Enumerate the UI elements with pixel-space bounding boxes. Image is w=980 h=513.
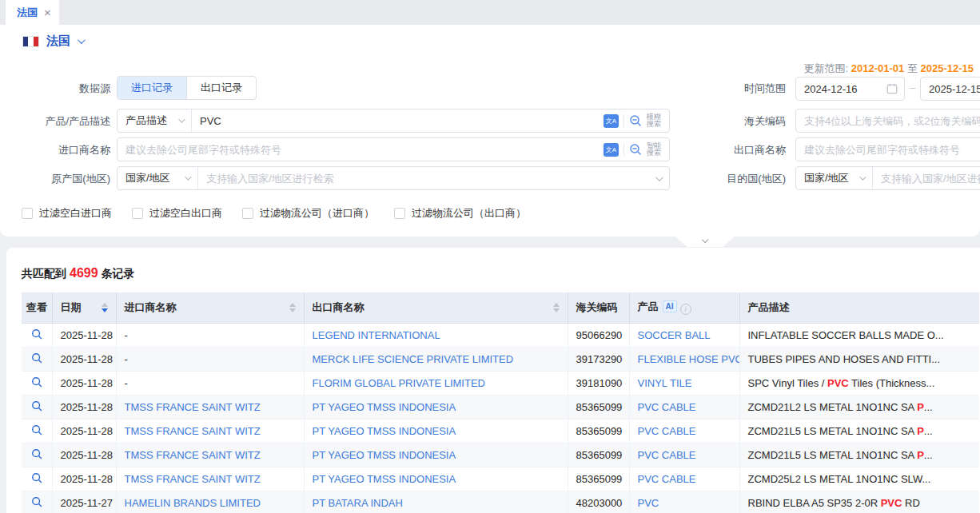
product-link[interactable]: PVC CABLE (638, 473, 696, 485)
importer-link[interactable]: TMSS FRANCE SAINT WITZ (125, 473, 261, 485)
fuzzy-search-icon[interactable] (629, 114, 642, 127)
exporter-link[interactable]: PT BATARA INDAH (313, 497, 403, 509)
origin-country-label: 原产国(地区) (14, 172, 110, 186)
product-search-input[interactable] (192, 109, 604, 132)
product-desc-cell: SPC Vinyl Tiles / PVC Tiles (Thickness..… (739, 371, 979, 395)
view-cell (22, 347, 52, 371)
sort-control-exporter[interactable] (553, 303, 560, 312)
column-exporter[interactable]: 出口商名称 (304, 292, 568, 323)
view-detail-icon[interactable] (31, 352, 42, 364)
exporter-link[interactable]: PT YAGEO TMSS INDONESIA (313, 449, 456, 461)
product-link[interactable]: PVC CABLE (638, 425, 696, 437)
close-icon[interactable]: × (44, 6, 51, 18)
checkbox-icon[interactable] (394, 208, 405, 219)
tab-label: 法国 (17, 6, 38, 20)
importer-name-input[interactable] (118, 138, 604, 161)
country-header[interactable]: 法国 (22, 34, 83, 49)
exporter-link[interactable]: PT YAGEO TMSS INDONESIA (313, 473, 456, 485)
product-cell: SOCCER BALL (629, 323, 739, 347)
destination-country-input[interactable] (873, 167, 980, 189)
importer-link[interactable]: TMSS FRANCE SAINT WITZ (125, 425, 261, 437)
product-type-select[interactable]: 产品描述 (118, 113, 191, 128)
product-cell: PVC CABLE (629, 443, 739, 467)
translate-icon[interactable]: 文A (604, 143, 619, 157)
date-end-value: 2025-12-15 (921, 83, 980, 95)
column-date[interactable]: 日期 (52, 292, 116, 323)
table-row: 2025-11-28 TMSS FRANCE SAINT WITZ PT YAG… (22, 467, 979, 491)
product-desc-cell: ZCMD21L2 LS METAL 1NO1NC SA P... (739, 395, 979, 419)
exporter-link[interactable]: FLORIM GLOBAL PRIVATE LIMITED (313, 377, 485, 389)
page-title: 法国 (46, 34, 70, 49)
exporter-name-input[interactable] (796, 138, 980, 161)
translate-icon[interactable]: 文A (604, 114, 619, 128)
checkbox-icon[interactable] (242, 208, 253, 219)
sort-asc-icon[interactable] (553, 303, 560, 307)
filter-checkboxes: 过滤空白进口商 过滤空白出口商 过滤物流公司（进口商） 过滤物流公司（出口商） (22, 206, 526, 221)
sort-desc-icon[interactable] (553, 308, 560, 312)
filter-checkbox[interactable]: 过滤空白进口商 (22, 206, 112, 221)
view-detail-icon[interactable] (31, 400, 42, 412)
importer-link[interactable]: HAMELIN BRANDS LIMITED (125, 497, 261, 509)
sort-desc-icon[interactable] (289, 308, 296, 312)
importer-search-tools: 文A 智能搜索 (604, 142, 669, 157)
product-link[interactable]: PVC CABLE (638, 401, 696, 413)
collapse-panel-button[interactable] (675, 237, 735, 247)
origin-country-input[interactable] (198, 167, 655, 189)
product-link[interactable]: SOCCER BALL (638, 329, 711, 341)
exporter-link[interactable]: MERCK LIFE SCIENCE PRIVATE LIMITED (313, 353, 514, 365)
origin-country-select[interactable]: 国家/地区 (118, 171, 197, 185)
column-product-desc: 产品描述 (739, 292, 979, 323)
sort-control-date[interactable] (102, 303, 108, 312)
tab-bar: 法国 × (0, 0, 980, 25)
sort-control-importer[interactable] (289, 303, 296, 312)
fuzzy-search-label[interactable]: 模糊搜索 (647, 113, 663, 128)
date-end-input[interactable]: 2025-12-15 (920, 77, 980, 101)
view-detail-icon[interactable] (31, 448, 42, 459)
divider (623, 143, 624, 156)
importer-link[interactable]: TMSS FRANCE SAINT WITZ (125, 401, 261, 413)
checkbox-icon[interactable] (22, 208, 33, 219)
view-detail-icon[interactable] (31, 328, 42, 340)
view-detail-icon[interactable] (31, 496, 42, 507)
chevron-down-icon (859, 173, 866, 180)
tab-france[interactable]: 法国 × (6, 0, 59, 25)
exporter-link[interactable]: PT YAGEO TMSS INDONESIA (313, 401, 456, 413)
view-detail-icon[interactable] (31, 472, 42, 483)
date-range-separator: – (910, 82, 915, 93)
destination-country-control: 国家/地区 (795, 166, 980, 190)
view-detail-icon[interactable] (31, 376, 42, 388)
date-start-input[interactable]: 2024-12-16 (795, 77, 905, 101)
chevron-down-icon[interactable] (655, 173, 663, 181)
filter-checkbox[interactable]: 过滤物流公司（进口商） (242, 206, 374, 221)
hs-code-input[interactable] (796, 109, 980, 132)
origin-country-control: 国家/地区 (117, 166, 670, 190)
sort-asc-icon[interactable] (102, 303, 108, 307)
view-detail-icon[interactable] (31, 424, 42, 435)
product-link[interactable]: FLEXIBLE HOSE PVC (638, 353, 740, 365)
results-summary: 共匹配到4699条记录 (22, 266, 135, 281)
column-importer[interactable]: 进口商名称 (116, 292, 304, 323)
info-icon[interactable]: i (680, 304, 691, 315)
exporter-link[interactable]: PT YAGEO TMSS INDONESIA (313, 425, 456, 437)
exporter-link[interactable]: LEGEND INTERNATIONAL (313, 329, 440, 341)
filter-checkbox[interactable]: 过滤物流公司（出口商） (394, 206, 526, 221)
importer-cell: - (116, 347, 304, 371)
table-row: 2025-11-28 TMSS FRANCE SAINT WITZ PT YAG… (22, 395, 979, 419)
date-cell: 2025-11-28 (52, 395, 116, 419)
product-link[interactable]: PVC CABLE (638, 449, 696, 461)
importer-cell: - (116, 371, 304, 395)
filter-checkbox[interactable]: 过滤空白出口商 (132, 206, 222, 221)
importer-link[interactable]: TMSS FRANCE SAINT WITZ (125, 449, 261, 461)
importer-cell: TMSS FRANCE SAINT WITZ (116, 467, 304, 491)
smart-search-label[interactable]: 智能搜索 (647, 142, 663, 157)
smart-search-icon[interactable] (629, 143, 642, 156)
sort-desc-icon[interactable] (102, 308, 108, 312)
toggle-export-records[interactable]: 出口记录 (186, 77, 256, 99)
product-link[interactable]: PVC (638, 497, 659, 509)
keyword-highlight: PVC (827, 377, 849, 389)
toggle-import-records[interactable]: 进口记录 (118, 77, 186, 99)
product-link[interactable]: VINYL TILE (638, 377, 692, 389)
destination-country-select[interactable]: 国家/地区 (796, 171, 872, 185)
checkbox-icon[interactable] (132, 208, 143, 219)
sort-asc-icon[interactable] (289, 303, 296, 307)
